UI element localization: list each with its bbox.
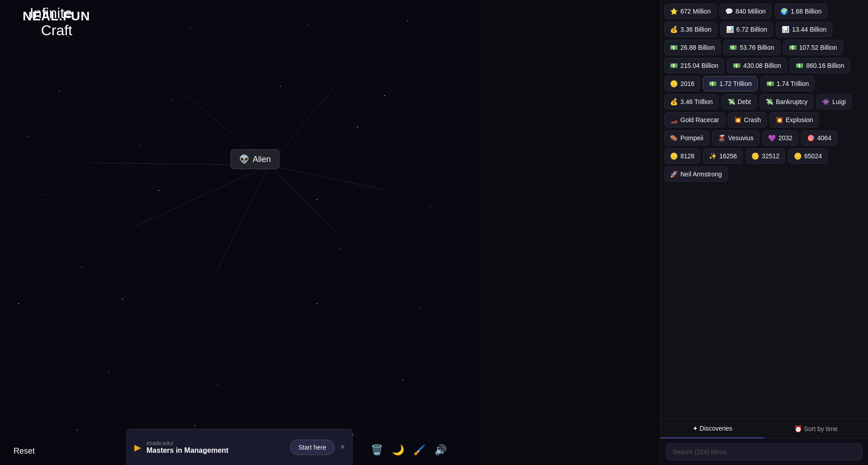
item-pompeii[interactable]: ⚰️Pompeii: [664, 130, 709, 146]
item-26.88-billion[interactable]: 💵26.88 Billion: [664, 40, 721, 55]
sound-icon[interactable]: 🔊: [434, 444, 447, 456]
item-16256[interactable]: ✨16256: [703, 148, 743, 164]
alien-emoji: 👽: [239, 154, 249, 164]
ad-cta-button[interactable]: Start here: [290, 440, 335, 455]
item-label: 215.04 Billion: [680, 62, 718, 69]
canvas-area[interactable]: NEAL.FUN Infinite Craft 👽 Alien Reset 🗑️…: [0, 0, 479, 465]
item-label: 1.74 Trillion: [777, 80, 809, 87]
item-label: Pompeii: [680, 134, 703, 142]
item-label: 672 Million: [680, 8, 711, 15]
item-label: 1.72 Trillion: [719, 80, 752, 87]
item-label: 32512: [762, 152, 779, 160]
item-emoji: 💥: [734, 116, 741, 123]
item-crash[interactable]: 💥Crash: [728, 112, 767, 128]
item-label: Bankruptcy: [776, 98, 807, 105]
svg-line-1: [269, 81, 339, 165]
item-840-million[interactable]: 💬840 Million: [719, 4, 772, 19]
item-label: Debt: [738, 98, 751, 105]
tab-sort-by-time[interactable]: ⏰ Sort by time: [764, 419, 868, 438]
tab-discoveries[interactable]: ✦ Discoveries: [660, 419, 764, 438]
item-label: 16256: [719, 152, 737, 160]
item-3.36-billion[interactable]: 💰3.36 Billion: [664, 22, 717, 37]
item-430.08-billion[interactable]: 💵430.08 Billion: [727, 58, 787, 73]
item-8128[interactable]: 🪙8128: [664, 148, 700, 164]
item-emoji: 💰: [670, 26, 678, 33]
game-title: Infinite Craft: [30, 5, 72, 39]
item-emoji: 💵: [709, 80, 717, 87]
item-emoji: 🏎️: [670, 116, 678, 123]
item-label: Luigi: [832, 98, 846, 105]
right-panel: ⭐672 Million💬840 Million🌍1.68 Billion💰3.…: [660, 0, 868, 465]
svg-line-2: [269, 165, 384, 190]
item-65024[interactable]: 🪙65024: [788, 148, 828, 164]
item-label: 3.36 Billion: [680, 26, 712, 33]
item-emoji: 🌋: [718, 134, 726, 142]
brush-icon[interactable]: 🖌️: [413, 444, 425, 456]
item-53.76-billion[interactable]: 💵53.76 Billion: [723, 40, 780, 55]
ad-main-text: Masters in Management: [146, 446, 284, 455]
item-2016[interactable]: 🪙2016: [664, 76, 700, 91]
item-label: 8128: [680, 152, 694, 160]
item-label: 53.76 Billion: [740, 44, 774, 51]
item-3.46-trillion[interactable]: 💰3.46 Trillion: [664, 94, 719, 109]
item-luigi[interactable]: 👾Luigi: [816, 94, 852, 109]
item-emoji: ⭐: [670, 8, 678, 15]
item-107.52-billion[interactable]: 💵107.52 Billion: [783, 40, 843, 55]
item-2032[interactable]: 💜2032: [762, 130, 798, 146]
item-1.68-billion[interactable]: 🌍1.68 Billion: [774, 4, 828, 19]
item-label: 26.88 Billion: [680, 44, 715, 51]
moon-icon[interactable]: 🌙: [392, 444, 404, 456]
item-emoji: 💵: [670, 62, 678, 69]
item-1.72-trillion[interactable]: 💵1.72 Trillion: [703, 76, 758, 91]
item-emoji: 🌍: [780, 8, 788, 15]
item-label: 2032: [778, 134, 793, 142]
connection-lines: [0, 0, 479, 465]
item-32512[interactable]: 🪙32512: [745, 148, 785, 164]
bottom-bar: ✦ Discoveries ⏰ Sort by time: [660, 419, 868, 465]
item-debt[interactable]: 💸Debt: [722, 94, 757, 109]
ad-arrow-icon: ▶: [134, 442, 141, 453]
item-label: 13.44 Billion: [792, 26, 826, 33]
item-13.44-billion[interactable]: 📊13.44 Billion: [776, 22, 832, 37]
item-label: 2016: [680, 80, 694, 87]
item-1.74-trillion[interactable]: 💵1.74 Trillion: [760, 76, 815, 91]
item-label: 107.52 Billion: [799, 44, 837, 51]
trash-icon[interactable]: 🗑️: [371, 444, 383, 456]
item-vesuvius[interactable]: 🌋Vesuvius: [712, 130, 760, 146]
item-emoji: 💵: [729, 44, 737, 51]
item-emoji: 🪙: [670, 80, 678, 87]
alien-element[interactable]: 👽 Alien: [231, 149, 279, 169]
item-6.72-billion[interactable]: 📊6.72 Billion: [720, 22, 774, 37]
svg-line-6: [217, 165, 269, 271]
ad-text-block: esade.edu/ Masters in Management: [146, 440, 284, 455]
item-emoji: 💵: [796, 62, 803, 69]
item-emoji: 🪙: [751, 152, 759, 160]
item-bankruptcy[interactable]: 💸Bankruptcy: [760, 94, 813, 109]
item-emoji: 💵: [766, 80, 774, 87]
ad-source: esade.edu/: [146, 440, 284, 446]
item-672-million[interactable]: ⭐672 Million: [664, 4, 717, 19]
item-label: 860.16 Billion: [806, 62, 844, 69]
icon-bar: 🗑️ 🌙 🖌️ 🔊: [371, 444, 447, 456]
item-215.04-billion[interactable]: 💵215.04 Billion: [664, 58, 724, 73]
alien-label: Alien: [253, 155, 271, 164]
item-neil-armstrong[interactable]: 🚀Neil Armstrong: [664, 166, 728, 182]
item-label: Neil Armstrong: [680, 171, 722, 178]
item-gold-racecar[interactable]: 🏎️Gold Racecar: [664, 112, 725, 128]
svg-line-4: [136, 165, 269, 226]
search-input[interactable]: [666, 443, 863, 460]
reset-button[interactable]: Reset: [14, 446, 35, 456]
item-emoji: 🎯: [807, 134, 815, 142]
item-emoji: 📊: [782, 26, 789, 33]
item-emoji: 💸: [727, 98, 735, 105]
item-4064[interactable]: 🎯4064: [801, 130, 837, 146]
ad-close-button[interactable]: ×: [340, 442, 345, 452]
item-860.16-billion[interactable]: 💵860.16 Billion: [790, 58, 850, 73]
item-emoji: 👾: [822, 98, 830, 105]
item-emoji: 🪙: [794, 152, 802, 160]
item-explosion[interactable]: 💥Explosion: [769, 112, 819, 128]
item-emoji: 💵: [789, 44, 797, 51]
item-label: 840 Million: [736, 8, 766, 15]
item-label: Crash: [744, 116, 761, 123]
item-label: 3.46 Trillion: [680, 98, 713, 105]
